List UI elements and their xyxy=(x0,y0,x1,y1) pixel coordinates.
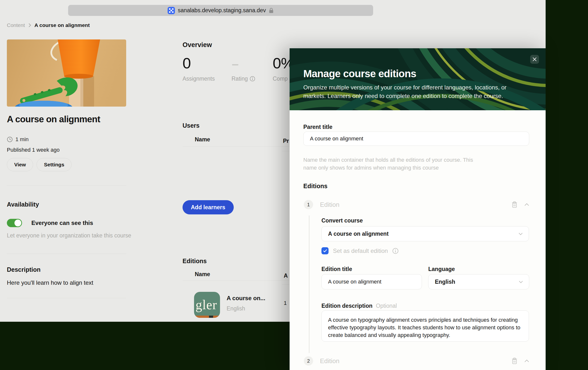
language-value: English xyxy=(435,279,455,285)
chevron-down-icon xyxy=(518,233,523,235)
edition-1-label: Edition xyxy=(320,201,340,209)
trash-icon xyxy=(511,201,518,208)
users-column-progress: Pr xyxy=(283,138,289,144)
convert-course-label: Convert course xyxy=(321,217,363,224)
close-icon xyxy=(532,57,537,62)
view-button[interactable]: View xyxy=(7,158,33,171)
default-edition-checkbox[interactable] xyxy=(321,247,329,254)
language-select[interactable]: English xyxy=(428,274,529,289)
duration-text: 1 min xyxy=(15,136,29,143)
site-favicon xyxy=(168,7,175,14)
edition-2-delete-button[interactable] xyxy=(511,357,518,365)
divider xyxy=(183,281,290,281)
edition-1-number-badge: 1 xyxy=(304,200,313,209)
url-text: sanalabs.develop.staging.sana.dev xyxy=(178,7,266,14)
rating-label: Rating xyxy=(232,75,248,82)
thumbnail-text: gler xyxy=(196,297,217,312)
settings-button[interactable]: Settings xyxy=(37,158,72,171)
availability-help: Let everyone in your organization take t… xyxy=(7,232,131,239)
users-column-name: Name xyxy=(195,136,210,143)
parent-title-help: Name the main container that holds all t… xyxy=(303,156,487,172)
add-learners-button[interactable]: Add learners xyxy=(183,200,234,214)
divider xyxy=(7,298,126,298)
chevron-up-icon xyxy=(524,359,529,362)
edition-2-label: Edition xyxy=(320,357,340,365)
edition-title-label: Edition title xyxy=(321,266,352,272)
manage-editions-modal: Manage course editions Organize multiple… xyxy=(290,48,546,370)
description-heading: Description xyxy=(7,266,41,273)
editions-column-name: Name xyxy=(195,271,210,278)
trash-icon xyxy=(511,357,518,365)
edition-1-collapse-button[interactable] xyxy=(524,203,529,206)
divider xyxy=(282,284,290,284)
availability-toggle-label: Everyone can see this xyxy=(31,220,93,226)
info-icon[interactable] xyxy=(392,248,399,254)
chevron-right-icon xyxy=(28,23,31,27)
divider xyxy=(7,254,126,254)
divider xyxy=(282,151,290,151)
info-icon[interactable] xyxy=(250,76,255,82)
modal-editions-heading: Editions xyxy=(303,183,328,190)
edition-row-name[interactable]: A course on... xyxy=(227,295,265,302)
assignments-label: Assignments xyxy=(183,75,215,82)
edition-2-collapse-button[interactable] xyxy=(524,359,529,362)
parent-title-label: Parent title xyxy=(303,124,332,130)
availability-heading: Availability xyxy=(7,201,39,208)
clock-icon xyxy=(7,136,13,142)
convert-course-value: A course on alignment xyxy=(328,231,389,237)
divider xyxy=(183,147,290,147)
modal-subtitle: Organize multiple versions of your cours… xyxy=(303,83,526,100)
rating-empty-dash xyxy=(232,64,238,65)
edition-guide-line xyxy=(309,215,310,353)
edition-description-optional: Optional xyxy=(376,303,397,309)
breadcrumb-content-link[interactable]: Content xyxy=(7,22,25,28)
edition-description-textarea[interactable]: A course on typography alignment covers … xyxy=(321,310,529,342)
breadcrumb-current: A course on alignment xyxy=(35,22,90,28)
language-label: Language xyxy=(428,266,455,272)
lock-icon xyxy=(269,8,274,13)
edition-1-delete-button[interactable] xyxy=(511,201,518,208)
chevron-down-icon xyxy=(519,281,523,283)
page-title: A course on alignment xyxy=(7,114,100,124)
parent-title-input[interactable] xyxy=(303,132,529,146)
completion-label: Comp xyxy=(273,75,288,82)
edition-2-number-badge: 2 xyxy=(304,356,313,366)
editions-table-heading: Editions xyxy=(183,258,207,265)
edition-title-input[interactable] xyxy=(321,274,422,289)
modal-title: Manage course editions xyxy=(303,68,416,80)
course-cover-image xyxy=(7,39,126,107)
divider xyxy=(7,185,126,186)
description-text: Here you'll learn how to align text xyxy=(7,279,93,286)
convert-course-select[interactable]: A course on alignment xyxy=(321,226,529,241)
editions-column-assigned: A xyxy=(284,272,288,279)
published-status: Published 1 week ago xyxy=(7,147,60,153)
edition-row-assigned: 1 xyxy=(284,300,287,306)
assignments-value: 0 xyxy=(183,54,191,72)
chevron-up-icon xyxy=(524,203,529,206)
close-button[interactable] xyxy=(530,55,539,64)
edition-row-language: English xyxy=(227,305,245,312)
overview-heading: Overview xyxy=(183,41,212,49)
edition-row-thumbnail[interactable]: gler xyxy=(194,292,220,318)
default-edition-label: Set as default edition xyxy=(333,247,388,254)
url-bar[interactable]: sanalabs.develop.staging.sana.dev xyxy=(68,5,373,16)
edition-description-label: Edition description xyxy=(321,303,372,309)
availability-toggle[interactable] xyxy=(7,219,22,227)
check-icon xyxy=(323,249,327,252)
course-duration: 1 min xyxy=(7,136,29,143)
users-heading: Users xyxy=(183,122,200,129)
breadcrumb: Content A course on alignment xyxy=(7,22,90,28)
